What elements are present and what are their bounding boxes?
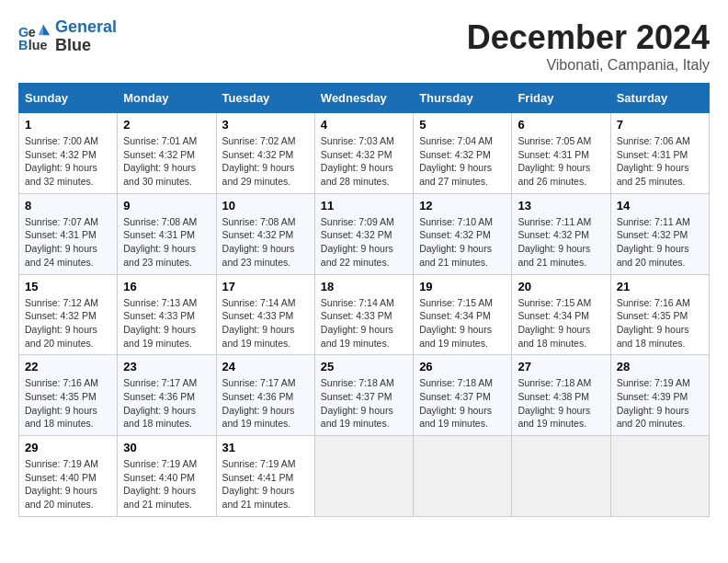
day-info: Sunrise: 7:18 AMSunset: 4:37 PMDaylight:… <box>419 377 493 429</box>
day-number: 14 <box>617 199 703 213</box>
day-info: Sunrise: 7:18 AMSunset: 4:38 PMDaylight:… <box>518 377 591 429</box>
calendar-row: 1 Sunrise: 7:00 AMSunset: 4:32 PMDayligh… <box>19 113 710 194</box>
day-number: 3 <box>222 118 309 132</box>
calendar-cell: 27 Sunrise: 7:18 AMSunset: 4:38 PMDaylig… <box>512 355 610 436</box>
day-number: 24 <box>222 360 309 373</box>
day-info: Sunrise: 7:18 AMSunset: 4:37 PMDaylight:… <box>321 377 394 429</box>
day-number: 11 <box>321 199 407 213</box>
day-info: Sunrise: 7:19 AMSunset: 4:40 PMDaylight:… <box>123 458 197 510</box>
logo-text: General Blue <box>55 18 117 55</box>
day-info: Sunrise: 7:03 AMSunset: 4:32 PMDaylight:… <box>321 135 394 187</box>
day-info: Sunrise: 7:06 AMSunset: 4:31 PMDaylight:… <box>617 135 690 187</box>
calendar-cell: 2 Sunrise: 7:01 AMSunset: 4:32 PMDayligh… <box>118 113 216 194</box>
svg-text:lue: lue <box>28 38 48 52</box>
day-info: Sunrise: 7:10 AMSunset: 4:32 PMDaylight:… <box>419 216 493 268</box>
calendar-cell <box>610 436 709 517</box>
day-number: 5 <box>419 118 506 132</box>
day-info: Sunrise: 7:14 AMSunset: 4:33 PMDaylight:… <box>321 297 394 349</box>
day-number: 25 <box>321 360 407 373</box>
day-number: 19 <box>419 280 506 293</box>
col-thursday: Thursday <box>414 84 512 113</box>
svg-marker-5 <box>39 24 43 35</box>
day-number: 27 <box>518 360 604 373</box>
day-info: Sunrise: 7:09 AMSunset: 4:32 PMDaylight:… <box>321 216 394 268</box>
day-info: Sunrise: 7:08 AMSunset: 4:31 PMDaylight:… <box>123 216 197 268</box>
calendar-cell: 9 Sunrise: 7:08 AMSunset: 4:31 PMDayligh… <box>118 193 216 274</box>
day-info: Sunrise: 7:15 AMSunset: 4:34 PMDaylight:… <box>419 297 493 349</box>
calendar-cell: 16 Sunrise: 7:13 AMSunset: 4:33 PMDaylig… <box>118 274 216 355</box>
col-sunday: Sunday <box>19 84 118 113</box>
day-info: Sunrise: 7:11 AMSunset: 4:32 PMDaylight:… <box>617 216 690 268</box>
day-number: 22 <box>25 360 111 373</box>
calendar-cell <box>314 436 413 517</box>
calendar-cell: 23 Sunrise: 7:17 AMSunset: 4:36 PMDaylig… <box>118 355 216 436</box>
month-title: December 2024 <box>467 18 710 57</box>
day-number: 15 <box>25 280 111 293</box>
day-info: Sunrise: 7:04 AMSunset: 4:32 PMDaylight:… <box>419 135 493 187</box>
calendar-row: 15 Sunrise: 7:12 AMSunset: 4:32 PMDaylig… <box>19 274 710 355</box>
day-info: Sunrise: 7:12 AMSunset: 4:32 PMDaylight:… <box>25 297 98 349</box>
calendar-cell: 24 Sunrise: 7:17 AMSunset: 4:36 PMDaylig… <box>216 355 314 436</box>
location-subtitle: Vibonati, Campania, Italy <box>467 57 710 74</box>
title-block: December 2024 Vibonati, Campania, Italy <box>467 18 710 74</box>
day-info: Sunrise: 7:16 AMSunset: 4:35 PMDaylight:… <box>617 297 690 349</box>
calendar-cell: 20 Sunrise: 7:15 AMSunset: 4:34 PMDaylig… <box>512 274 610 355</box>
calendar-cell: 25 Sunrise: 7:18 AMSunset: 4:37 PMDaylig… <box>314 355 413 436</box>
calendar-row: 29 Sunrise: 7:19 AMSunset: 4:40 PMDaylig… <box>19 436 710 517</box>
day-number: 4 <box>321 118 407 132</box>
day-info: Sunrise: 7:19 AMSunset: 4:41 PMDaylight:… <box>222 458 296 510</box>
day-info: Sunrise: 7:00 AMSunset: 4:32 PMDaylight:… <box>25 135 98 187</box>
day-info: Sunrise: 7:19 AMSunset: 4:39 PMDaylight:… <box>617 377 690 429</box>
day-number: 16 <box>123 280 210 293</box>
day-info: Sunrise: 7:01 AMSunset: 4:32 PMDaylight:… <box>123 135 197 187</box>
calendar-cell: 19 Sunrise: 7:15 AMSunset: 4:34 PMDaylig… <box>414 274 512 355</box>
calendar-cell: 22 Sunrise: 7:16 AMSunset: 4:35 PMDaylig… <box>19 355 118 436</box>
day-number: 13 <box>518 199 604 213</box>
day-number: 28 <box>617 360 703 373</box>
svg-marker-4 <box>43 24 50 35</box>
calendar-cell <box>512 436 610 517</box>
col-wednesday: Wednesday <box>314 84 413 113</box>
day-number: 17 <box>222 280 309 293</box>
calendar-cell: 6 Sunrise: 7:05 AMSunset: 4:31 PMDayligh… <box>512 113 610 194</box>
day-info: Sunrise: 7:08 AMSunset: 4:32 PMDaylight:… <box>222 216 296 268</box>
day-number: 31 <box>222 441 309 454</box>
calendar-cell: 18 Sunrise: 7:14 AMSunset: 4:33 PMDaylig… <box>314 274 413 355</box>
day-info: Sunrise: 7:15 AMSunset: 4:34 PMDaylight:… <box>518 297 591 349</box>
calendar-cell: 31 Sunrise: 7:19 AMSunset: 4:41 PMDaylig… <box>216 436 314 517</box>
calendar-cell: 3 Sunrise: 7:02 AMSunset: 4:32 PMDayligh… <box>216 113 314 194</box>
col-friday: Friday <box>512 84 610 113</box>
day-info: Sunrise: 7:05 AMSunset: 4:31 PMDaylight:… <box>518 135 591 187</box>
day-number: 29 <box>25 441 111 454</box>
day-info: Sunrise: 7:02 AMSunset: 4:32 PMDaylight:… <box>222 135 296 187</box>
day-number: 9 <box>123 199 210 213</box>
day-number: 6 <box>518 118 604 132</box>
col-tuesday: Tuesday <box>216 84 314 113</box>
calendar-cell: 17 Sunrise: 7:14 AMSunset: 4:33 PMDaylig… <box>216 274 314 355</box>
calendar-cell: 13 Sunrise: 7:11 AMSunset: 4:32 PMDaylig… <box>512 193 610 274</box>
calendar-row: 8 Sunrise: 7:07 AMSunset: 4:31 PMDayligh… <box>19 193 710 274</box>
day-number: 30 <box>123 441 210 454</box>
logo: G e B lue General Blue <box>18 18 117 55</box>
calendar-header-row: Sunday Monday Tuesday Wednesday Thursday… <box>19 84 710 113</box>
day-number: 10 <box>222 199 309 213</box>
calendar-cell: 7 Sunrise: 7:06 AMSunset: 4:31 PMDayligh… <box>610 113 709 194</box>
day-info: Sunrise: 7:17 AMSunset: 4:36 PMDaylight:… <box>123 377 197 429</box>
day-number: 23 <box>123 360 210 373</box>
calendar-cell: 15 Sunrise: 7:12 AMSunset: 4:32 PMDaylig… <box>19 274 118 355</box>
calendar-cell: 26 Sunrise: 7:18 AMSunset: 4:37 PMDaylig… <box>414 355 512 436</box>
calendar-cell: 30 Sunrise: 7:19 AMSunset: 4:40 PMDaylig… <box>118 436 216 517</box>
calendar-cell: 4 Sunrise: 7:03 AMSunset: 4:32 PMDayligh… <box>314 113 413 194</box>
calendar-cell: 28 Sunrise: 7:19 AMSunset: 4:39 PMDaylig… <box>610 355 709 436</box>
day-number: 21 <box>617 280 703 293</box>
calendar-cell: 10 Sunrise: 7:08 AMSunset: 4:32 PMDaylig… <box>216 193 314 274</box>
day-info: Sunrise: 7:16 AMSunset: 4:35 PMDaylight:… <box>25 377 98 429</box>
calendar-cell: 1 Sunrise: 7:00 AMSunset: 4:32 PMDayligh… <box>19 113 118 194</box>
day-number: 7 <box>617 118 703 132</box>
page-header: G e B lue General Blue December 2024 Vib… <box>18 18 710 74</box>
day-number: 8 <box>25 199 111 213</box>
calendar-cell: 14 Sunrise: 7:11 AMSunset: 4:32 PMDaylig… <box>610 193 709 274</box>
calendar-cell: 8 Sunrise: 7:07 AMSunset: 4:31 PMDayligh… <box>19 193 118 274</box>
day-info: Sunrise: 7:07 AMSunset: 4:31 PMDaylight:… <box>25 216 98 268</box>
col-saturday: Saturday <box>610 84 709 113</box>
